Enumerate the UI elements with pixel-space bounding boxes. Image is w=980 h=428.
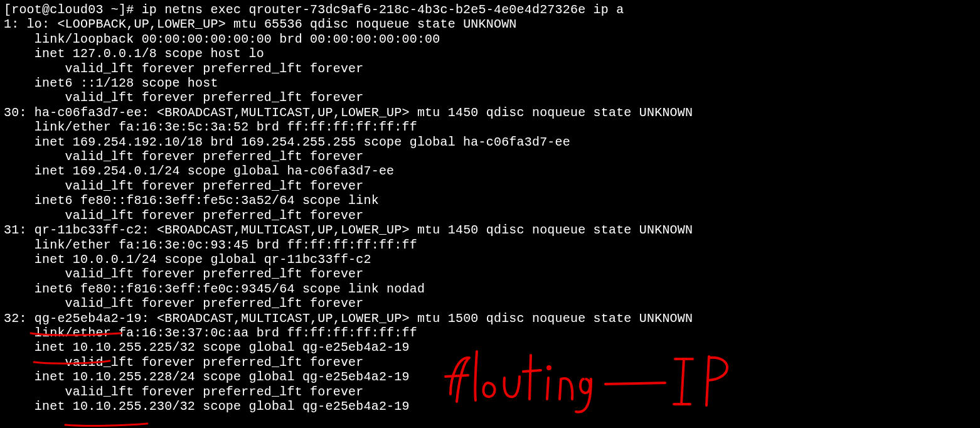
- iface-line: valid_lft forever preferred_lft forever: [35, 267, 364, 281]
- iface-header-lo: 1: lo: <LOOPBACK,UP,LOWER_UP> mtu 65536 …: [4, 17, 517, 31]
- iface-line: valid_lft forever preferred_lft forever: [35, 149, 364, 164]
- iface-line: link/loopback 00:00:00:00:00:00 brd 00:0…: [35, 32, 440, 46]
- iface-line: inet 10.0.0.1/24 scope global qr-11bc33f…: [35, 252, 371, 267]
- iface-header-ha: 30: ha-c06fa3d7-ee: <BROADCAST,MULTICAST…: [4, 105, 693, 120]
- iface-line: inet6 ::1/128 scope host: [35, 76, 218, 90]
- iface-line: valid_lft forever preferred_lft forever: [35, 90, 364, 105]
- iface-line: valid_lft forever preferred_lft forever: [35, 385, 364, 399]
- iface-line: link/ether fa:16:3e:5c:3a:52 brd ff:ff:f…: [35, 120, 417, 134]
- iface-line: inet 169.254.0.1/24 scope global ha-c06f…: [35, 164, 395, 178]
- iface-header-qr: 31: qr-11bc33ff-c2: <BROADCAST,MULTICAST…: [4, 223, 693, 237]
- iface-line: inet 10.10.255.230/32 scope global qg-e2…: [35, 399, 410, 414]
- iface-line: inet 169.254.192.10/18 brd 169.254.255.2…: [35, 135, 570, 149]
- terminal-output: [root@cloud03 ~]# ip netns exec qrouter-…: [0, 0, 980, 414]
- iface-line: inet6 fe80::f816:3eff:fe5c:3a52/64 scope…: [35, 193, 379, 208]
- iface-line: inet 10.10.255.225/32 scope global qg-e2…: [35, 340, 410, 355]
- iface-line: inet 127.0.0.1/8 scope host lo: [35, 46, 264, 61]
- iface-line: inet6 fe80::f816:3eff:fe0c:9345/64 scope…: [35, 282, 425, 296]
- iface-line: link/ether fa:16:3e:0c:93:45 brd ff:ff:f…: [35, 238, 417, 252]
- iface-line: valid_lft forever preferred_lft forever: [35, 62, 364, 76]
- shell-command: ip netns exec qrouter-73dc9af6-218c-4b3c…: [142, 3, 624, 17]
- iface-line: valid_lft forever preferred_lft forever: [35, 208, 364, 223]
- shell-prompt: [root@cloud03 ~]#: [4, 3, 142, 17]
- iface-line: valid_lft forever preferred_lft forever: [35, 179, 364, 193]
- iface-line: link/ether fa:16:3e:37:0c:aa brd ff:ff:f…: [35, 326, 417, 340]
- iface-line: valid_lft forever preferred_lft forever: [35, 296, 364, 311]
- iface-header-qg: 32: qg-e25eb4a2-19: <BROADCAST,MULTICAST…: [4, 311, 693, 326]
- iface-line: valid_lft forever preferred_lft forever: [35, 355, 364, 370]
- iface-line: inet 10.10.255.228/24 scope global qg-e2…: [35, 370, 410, 384]
